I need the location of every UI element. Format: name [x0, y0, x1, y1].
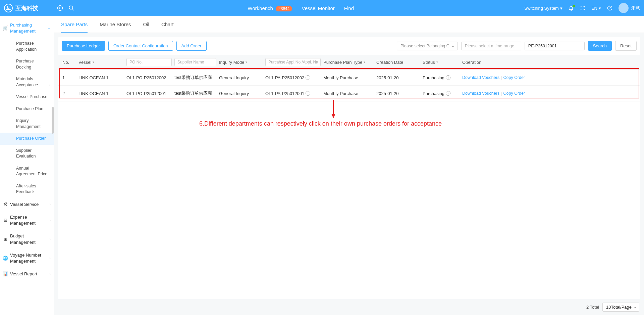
col-plan-type[interactable]: Purchase Plan Type ▾: [323, 60, 374, 65]
switching-system[interactable]: Switching System ▾: [524, 6, 562, 11]
col-no: No.: [62, 60, 76, 65]
table-row[interactable]: 2LINK OCEAN 1OL1-PO-P25012001test采购订单供应商…: [58, 86, 640, 101]
username: 朱慧: [631, 5, 640, 11]
copy-order-link[interactable]: Copy Order: [503, 91, 525, 96]
nav-find[interactable]: Find: [344, 5, 354, 11]
col-inquiry-label: Inquiry Mode: [219, 60, 244, 65]
cell-date: 2025-01-20: [376, 91, 420, 96]
tab-oil[interactable]: Oil: [143, 16, 149, 33]
user-menu[interactable]: 朱慧: [619, 3, 640, 13]
fullscreen-icon[interactable]: [580, 5, 585, 11]
report-icon: 📊: [3, 271, 8, 277]
col-vessel[interactable]: Vessel ▾: [78, 60, 124, 65]
sidebar-vessel-service[interactable]: 🛠 Vessel Service ›: [0, 198, 54, 211]
sidebar-purchasing-label: Purchasing Management: [10, 22, 50, 34]
sidebar-budget-label: Budget Management: [10, 233, 50, 245]
col-status[interactable]: Status ▾: [423, 60, 460, 65]
info-icon[interactable]: i: [446, 91, 450, 96]
download-vouchers-link[interactable]: Download Vouchers: [462, 91, 499, 96]
bell-icon[interactable]: [569, 5, 574, 11]
chevron-right-icon: ›: [49, 237, 51, 242]
cell-vessel: LINK OCEAN 1: [78, 91, 124, 96]
sidebar-vessel-report[interactable]: 📊 Vessel Report ›: [0, 268, 54, 280]
add-order-button[interactable]: Add Order: [176, 41, 207, 51]
switching-label: Switching System: [524, 6, 559, 11]
order-contact-button[interactable]: Order Contact Configuration: [108, 41, 173, 51]
cell-plan: Monthly Purchase: [323, 75, 374, 80]
table-row[interactable]: 1LINK OCEAN 1OL1-PO-P25012002test采购订单供应商…: [58, 70, 640, 86]
col-creation-date: Creation Date: [376, 60, 420, 65]
appl-filter-input[interactable]: [265, 58, 321, 66]
cell-vessel: LINK OCEAN 1: [78, 75, 124, 80]
sidebar-annual-agreement[interactable]: Annual Agreement Price: [0, 163, 54, 180]
globe-icon: 🌐: [3, 255, 8, 261]
cell-po: OL1-PO-P25012001: [126, 91, 172, 96]
chevron-down-icon: ⌄: [48, 26, 51, 31]
sidebar-materials-label: Materials Acceptance: [16, 77, 38, 87]
sidebar-voyage-number[interactable]: 🌐 Voyage Number Management ›: [0, 249, 54, 268]
sidebar-purchasing[interactable]: 🛒 Purchasing Management ⌄: [0, 19, 54, 38]
sort-icon: ▾: [246, 60, 247, 64]
nav-workbench[interactable]: Workbench 23844: [248, 5, 292, 11]
cell-no: 2: [62, 91, 76, 96]
cell-status: Purchasing i: [423, 91, 460, 96]
caret-down-icon: ▾: [560, 6, 562, 11]
tab-chart[interactable]: Chart: [161, 16, 174, 33]
supplier-filter-input[interactable]: [174, 58, 216, 66]
col-operation: Operation: [462, 60, 636, 65]
sidebar-materials-acceptance[interactable]: Materials Acceptance ›: [0, 73, 54, 91]
back-icon[interactable]: [54, 2, 66, 14]
sidebar-purchase-docking[interactable]: Purchase Docking: [0, 55, 54, 73]
cell-supplier: test采购订单供应商: [174, 90, 216, 96]
sidebar: 🛒 Purchasing Management ⌄ Purchase Appli…: [0, 16, 54, 315]
info-icon[interactable]: i: [446, 75, 450, 80]
sidebar-budget-management[interactable]: ⊞ Budget Management ›: [0, 230, 54, 249]
avatar: [619, 3, 629, 13]
tab-spare-parts[interactable]: Spare Parts: [61, 16, 88, 33]
scrollbar-thumb[interactable]: [52, 107, 54, 134]
info-icon[interactable]: i: [306, 91, 310, 96]
notification-dot: [573, 5, 575, 7]
cell-operation: Download Vouchers | Copy Order: [462, 75, 636, 80]
sidebar-inquiry-management[interactable]: Inquiry Management: [0, 115, 54, 133]
logo-icon: 互: [4, 4, 13, 12]
annotation-text: 6.Different departments can respectively…: [199, 120, 442, 127]
svg-point-0: [58, 6, 63, 11]
nav-workbench-label: Workbench: [248, 5, 273, 11]
nav-vessel-monitor[interactable]: Vessel Monitor: [302, 5, 334, 11]
sidebar-after-sales[interactable]: After-sales Feedback: [0, 180, 54, 198]
sidebar-purchase-order[interactable]: Purchase Order: [0, 133, 54, 145]
copy-order-link[interactable]: Copy Order: [503, 75, 525, 80]
language-switch[interactable]: EN ▾: [591, 6, 601, 11]
sidebar-expense-management[interactable]: ⊟ Expense Management ›: [0, 211, 54, 230]
expense-icon: ⊟: [3, 217, 8, 223]
cell-plan: Monthly Purchase: [323, 91, 374, 96]
info-icon[interactable]: i: [306, 75, 310, 80]
belonging-select[interactable]: Please select Belonging C: [397, 42, 458, 50]
page-size-select[interactable]: 10Total/Page: [602, 303, 639, 312]
annotation-arrow: [330, 100, 337, 118]
time-range-input[interactable]: [461, 42, 521, 50]
col-inquiry-mode[interactable]: Inquiry Mode ▾: [219, 60, 263, 65]
search-input[interactable]: [525, 42, 585, 50]
cell-po: OL1-PO-P25012002: [126, 75, 172, 80]
tab-marine-stores[interactable]: Marine Stores: [100, 16, 131, 33]
cell-date: 2025-01-20: [376, 75, 420, 80]
search-icon[interactable]: [66, 2, 77, 14]
main-content: Spare Parts Marine Stores Oil Chart Purc…: [54, 16, 644, 315]
search-button[interactable]: Search: [588, 41, 612, 51]
tabs-bar: Spare Parts Marine Stores Oil Chart: [54, 16, 644, 33]
sidebar-purchase-application[interactable]: Purchase Application: [0, 38, 54, 55]
svg-point-1: [69, 6, 73, 9]
reset-button[interactable]: Reset: [615, 41, 637, 51]
po-filter-input[interactable]: [126, 58, 172, 66]
sidebar-vessel-purchase[interactable]: Vessel Purchase: [0, 91, 54, 103]
sidebar-purchase-plan[interactable]: Purchase Plan: [0, 103, 54, 115]
cell-inquiry: General Inquiry: [219, 91, 263, 96]
download-vouchers-link[interactable]: Download Vouchers: [462, 75, 499, 80]
help-icon[interactable]: [607, 5, 612, 11]
sidebar-supplier-evaluation[interactable]: Supplier Evaluation: [0, 145, 54, 163]
purchase-ledger-button[interactable]: Purchase Ledger: [62, 41, 105, 51]
col-po: [126, 58, 172, 66]
workbench-badge: 23844: [276, 6, 292, 11]
